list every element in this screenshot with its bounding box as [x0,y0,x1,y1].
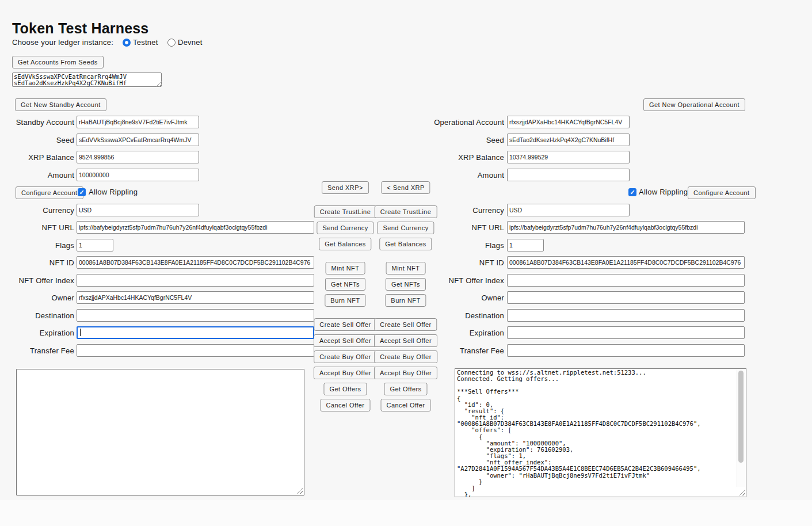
page-title: Token Test Harness [12,20,148,37]
seeds-textarea[interactable]: sEdVVkSsswaXPCvEatRmcarRrq4WmJV sEdTao2d… [12,73,162,87]
check-icon: ✓ [79,189,84,196]
standby-accept-buy-offer-button[interactable]: Accept Buy Offer [314,367,377,379]
operational-nft-offer-index-input[interactable] [507,274,745,287]
operational-account-label: Operational Account [369,118,504,127]
operational-send-xrp-button[interactable]: < Send XRP [381,181,430,194]
resize-handle-icon [739,489,745,495]
standby-get-offers-button[interactable]: Get Offers [323,383,367,395]
operational-seed-label: Seed [369,136,504,144]
operational-transfer-fee-input[interactable] [507,344,745,357]
token-test-harness-page: Token Test Harness Choose your ledger in… [0,0,812,526]
operational-expiration-input[interactable] [507,326,745,339]
get-accounts-from-seeds-button[interactable]: Get Accounts From Seeds [12,56,104,68]
standby-log-textarea[interactable] [16,369,304,495]
operational-currency-input[interactable] [507,204,630,216]
operational-allow-rippling-label: Allow Rippling [639,188,688,196]
get-new-operational-account-button[interactable]: Get New Operational Account [643,98,745,111]
operational-transfer-fee-label: Transfer Fee [369,346,504,355]
operational-amount-input[interactable] [507,169,630,181]
testnet-radio[interactable] [123,39,131,47]
check-icon: ✓ [630,189,635,196]
operational-expiration-label: Expiration [369,329,504,337]
operational-get-offers-button[interactable]: Get Offers [384,383,427,395]
footer-strip [0,500,812,526]
results-resize-corner[interactable] [737,487,745,496]
operational-nft-offer-index-label: NFT Offer Index [369,276,504,285]
ledger-instance-label: Choose your ledger instance: [12,38,113,47]
operational-seed-input[interactable] [507,134,630,146]
get-new-standby-account-button[interactable]: Get New Standby Account [15,98,106,111]
operational-nft-url-label: NFT URL [369,223,504,232]
devnet-radio-label: Devnet [178,38,203,47]
operational-nft-id-input[interactable] [507,256,745,269]
operational-nft-url-input[interactable] [507,221,745,234]
operational-currency-label: Currency [369,206,504,215]
operational-destination-label: Destination [369,311,504,320]
results-text: Connecting to wss://s.altnet.rippletest.… [457,369,735,497]
operational-destination-input[interactable] [507,309,745,322]
operational-flags-input[interactable] [507,239,544,251]
operational-configure-account-button[interactable]: Configure Account [688,186,756,199]
operational-amount-label: Amount [369,171,504,180]
operational-cancel-offer-button[interactable]: Cancel Offer [381,399,431,411]
results-output-area[interactable]: Connecting to wss://s.altnet.rippletest.… [455,368,746,497]
testnet-radio-label: Testnet [133,38,158,47]
devnet-radio[interactable] [167,39,176,47]
operational-xrp-balance-input[interactable] [507,151,630,163]
standby-allow-rippling-checkbox[interactable]: ✓ [78,188,86,196]
standby-send-xrp-button[interactable]: Send XRP> [322,181,369,194]
operational-account-input[interactable] [507,116,630,128]
standby-cancel-offer-button[interactable]: Cancel Offer [321,399,371,411]
operational-xrp-balance-label: XRP Balance [369,153,504,162]
scrollbar-thumb-icon[interactable] [738,371,744,463]
operational-owner-label: Owner [369,294,504,302]
operational-accept-buy-offer-button[interactable]: Accept Buy Offer [374,367,437,379]
operational-nft-id-label: NFT ID [369,258,504,267]
standby-allow-rippling-label: Allow Rippling [89,188,138,196]
results-scrollbar[interactable] [737,369,745,487]
operational-owner-input[interactable] [507,291,745,304]
operational-flags-label: Flags [369,241,504,250]
operational-allow-rippling-checkbox[interactable]: ✓ [628,188,636,196]
standby-configure-account-button[interactable]: Configure Account [16,186,83,199]
